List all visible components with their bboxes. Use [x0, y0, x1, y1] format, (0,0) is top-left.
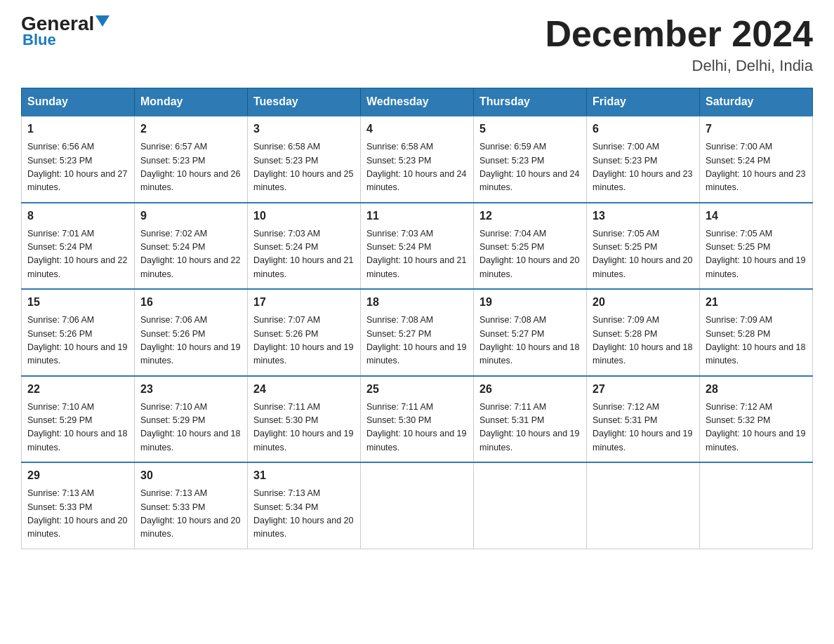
header-thursday: Thursday [474, 88, 587, 116]
day-number: 29 [27, 467, 128, 484]
subtitle: Delhi, Delhi, India [545, 57, 813, 75]
weekday-header-row: Sunday Monday Tuesday Wednesday Thursday… [22, 88, 813, 116]
calendar-cell: 11Sunrise: 7:03 AMSunset: 5:24 PMDayligh… [361, 203, 474, 290]
day-info: Sunrise: 7:00 AMSunset: 5:24 PMDaylight:… [706, 140, 807, 195]
day-info: Sunrise: 7:12 AMSunset: 5:32 PMDaylight:… [706, 401, 807, 455]
day-info: Sunrise: 7:10 AMSunset: 5:29 PMDaylight:… [27, 401, 128, 455]
day-number: 18 [366, 294, 468, 311]
header-tuesday: Tuesday [248, 88, 361, 116]
calendar-cell: 28Sunrise: 7:12 AMSunset: 5:32 PMDayligh… [700, 376, 813, 463]
calendar-cell [587, 462, 700, 549]
calendar-cell: 14Sunrise: 7:05 AMSunset: 5:25 PMDayligh… [700, 203, 813, 290]
week-row-2: 8Sunrise: 7:01 AMSunset: 5:24 PMDaylight… [22, 203, 813, 290]
day-info: Sunrise: 6:59 AMSunset: 5:23 PMDaylight:… [479, 140, 581, 195]
day-number: 3 [253, 121, 355, 137]
calendar-cell: 8Sunrise: 7:01 AMSunset: 5:24 PMDaylight… [22, 203, 135, 290]
calendar-cell: 21Sunrise: 7:09 AMSunset: 5:28 PMDayligh… [700, 289, 813, 376]
day-info: Sunrise: 7:03 AMSunset: 5:24 PMDaylight:… [366, 227, 468, 282]
logo-blue-text: Blue [21, 31, 56, 49]
day-number: 8 [27, 208, 128, 224]
day-info: Sunrise: 7:13 AMSunset: 5:33 PMDaylight:… [140, 487, 241, 542]
calendar-cell: 4Sunrise: 6:58 AMSunset: 5:23 PMDaylight… [361, 116, 474, 203]
calendar-cell: 27Sunrise: 7:12 AMSunset: 5:31 PMDayligh… [587, 376, 700, 463]
day-number: 12 [479, 208, 581, 224]
day-number: 11 [366, 208, 468, 224]
day-info: Sunrise: 7:02 AMSunset: 5:24 PMDaylight:… [140, 227, 241, 282]
day-info: Sunrise: 7:00 AMSunset: 5:23 PMDaylight:… [593, 140, 694, 195]
day-info: Sunrise: 7:12 AMSunset: 5:31 PMDaylight:… [593, 401, 694, 455]
day-number: 20 [593, 294, 694, 311]
calendar-cell: 18Sunrise: 7:08 AMSunset: 5:27 PMDayligh… [361, 289, 474, 376]
day-number: 7 [706, 121, 807, 137]
logo: General Blue [21, 14, 110, 49]
day-info: Sunrise: 6:57 AMSunset: 5:23 PMDaylight:… [140, 140, 241, 195]
day-number: 2 [140, 121, 241, 137]
day-info: Sunrise: 7:11 AMSunset: 5:31 PMDaylight:… [479, 401, 581, 455]
calendar-cell: 24Sunrise: 7:11 AMSunset: 5:30 PMDayligh… [248, 376, 361, 463]
day-number: 1 [27, 121, 128, 137]
calendar-cell: 6Sunrise: 7:00 AMSunset: 5:23 PMDaylight… [587, 116, 700, 203]
day-number: 13 [593, 208, 694, 224]
day-number: 19 [479, 294, 581, 311]
calendar-cell [700, 462, 813, 549]
day-number: 10 [253, 208, 355, 224]
calendar-cell: 19Sunrise: 7:08 AMSunset: 5:27 PMDayligh… [474, 289, 587, 376]
page-title: December 2024 [545, 14, 813, 54]
week-row-5: 29Sunrise: 7:13 AMSunset: 5:33 PMDayligh… [22, 462, 813, 549]
calendar-cell: 22Sunrise: 7:10 AMSunset: 5:29 PMDayligh… [22, 376, 135, 463]
day-number: 22 [27, 381, 128, 398]
calendar-cell: 2Sunrise: 6:57 AMSunset: 5:23 PMDaylight… [135, 116, 248, 203]
day-info: Sunrise: 7:05 AMSunset: 5:25 PMDaylight:… [593, 227, 694, 282]
day-number: 26 [479, 381, 581, 398]
day-info: Sunrise: 7:09 AMSunset: 5:28 PMDaylight:… [706, 314, 807, 368]
day-number: 31 [253, 467, 355, 484]
day-info: Sunrise: 7:09 AMSunset: 5:28 PMDaylight:… [593, 314, 694, 368]
day-number: 4 [366, 121, 468, 137]
calendar-cell: 1Sunrise: 6:56 AMSunset: 5:23 PMDaylight… [22, 116, 135, 203]
day-info: Sunrise: 7:01 AMSunset: 5:24 PMDaylight:… [27, 227, 128, 282]
calendar-cell: 23Sunrise: 7:10 AMSunset: 5:29 PMDayligh… [135, 376, 248, 463]
day-number: 23 [140, 381, 241, 398]
day-number: 24 [253, 381, 355, 398]
day-number: 25 [366, 381, 468, 398]
calendar-cell [361, 462, 474, 549]
day-info: Sunrise: 7:06 AMSunset: 5:26 PMDaylight:… [140, 314, 241, 368]
calendar-cell: 26Sunrise: 7:11 AMSunset: 5:31 PMDayligh… [474, 376, 587, 463]
calendar-cell: 17Sunrise: 7:07 AMSunset: 5:26 PMDayligh… [248, 289, 361, 376]
calendar-cell: 16Sunrise: 7:06 AMSunset: 5:26 PMDayligh… [135, 289, 248, 376]
day-number: 27 [593, 381, 694, 398]
day-number: 15 [27, 294, 128, 311]
day-number: 14 [706, 208, 807, 224]
day-info: Sunrise: 6:58 AMSunset: 5:23 PMDaylight:… [366, 140, 468, 195]
calendar-cell: 20Sunrise: 7:09 AMSunset: 5:28 PMDayligh… [587, 289, 700, 376]
calendar-cell: 5Sunrise: 6:59 AMSunset: 5:23 PMDaylight… [474, 116, 587, 203]
day-info: Sunrise: 7:10 AMSunset: 5:29 PMDaylight:… [140, 401, 241, 455]
day-info: Sunrise: 7:07 AMSunset: 5:26 PMDaylight:… [253, 314, 355, 368]
title-block: December 2024 Delhi, Delhi, India [545, 14, 813, 75]
day-number: 9 [140, 208, 241, 224]
day-number: 6 [593, 121, 694, 137]
day-info: Sunrise: 7:13 AMSunset: 5:33 PMDaylight:… [27, 487, 128, 542]
day-info: Sunrise: 7:11 AMSunset: 5:30 PMDaylight:… [253, 401, 355, 455]
day-number: 30 [140, 467, 241, 484]
header-friday: Friday [587, 88, 700, 116]
day-info: Sunrise: 7:06 AMSunset: 5:26 PMDaylight:… [27, 314, 128, 368]
header-monday: Monday [135, 88, 248, 116]
logo-triangle [95, 15, 110, 27]
calendar-cell: 3Sunrise: 6:58 AMSunset: 5:23 PMDaylight… [248, 116, 361, 203]
calendar: Sunday Monday Tuesday Wednesday Thursday… [21, 88, 813, 549]
calendar-cell [474, 462, 587, 549]
day-number: 17 [253, 294, 355, 311]
calendar-cell: 31Sunrise: 7:13 AMSunset: 5:34 PMDayligh… [248, 462, 361, 549]
calendar-cell: 12Sunrise: 7:04 AMSunset: 5:25 PMDayligh… [474, 203, 587, 290]
header-wednesday: Wednesday [361, 88, 474, 116]
calendar-cell: 9Sunrise: 7:02 AMSunset: 5:24 PMDaylight… [135, 203, 248, 290]
header-saturday: Saturday [700, 88, 813, 116]
day-number: 21 [706, 294, 807, 311]
day-info: Sunrise: 6:56 AMSunset: 5:23 PMDaylight:… [27, 140, 128, 195]
calendar-cell: 25Sunrise: 7:11 AMSunset: 5:30 PMDayligh… [361, 376, 474, 463]
day-info: Sunrise: 7:11 AMSunset: 5:30 PMDaylight:… [366, 401, 468, 455]
week-row-3: 15Sunrise: 7:06 AMSunset: 5:26 PMDayligh… [22, 289, 813, 376]
day-info: Sunrise: 6:58 AMSunset: 5:23 PMDaylight:… [253, 140, 355, 195]
day-info: Sunrise: 7:04 AMSunset: 5:25 PMDaylight:… [479, 227, 581, 282]
